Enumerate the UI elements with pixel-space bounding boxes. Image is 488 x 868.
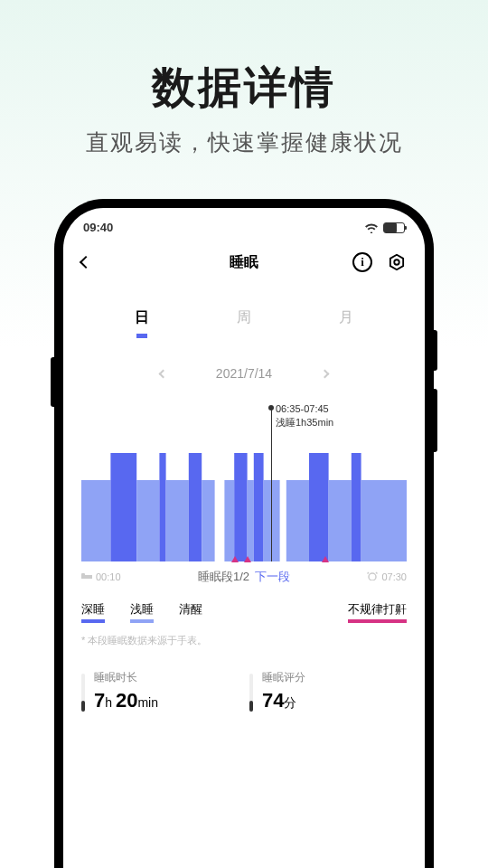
wifi-icon: [364, 222, 379, 233]
sleep-chart: 06:35-07:45 浅睡1h35min: [81, 408, 407, 561]
legend-light: 浅睡: [130, 601, 154, 621]
promo-subtitle: 直观易读，快速掌握健康状况: [0, 127, 488, 157]
svg-rect-11: [254, 453, 264, 561]
next-segment-link[interactable]: 下一段: [255, 569, 290, 585]
alarm-icon: [367, 571, 378, 580]
svg-rect-19: [81, 573, 85, 576]
stat-score: 睡眠评分 74分: [249, 670, 407, 712]
period-tabs: 日周月: [63, 301, 425, 335]
svg-point-0: [394, 259, 399, 265]
promo-title: 数据详情: [0, 59, 488, 117]
stat-value: 7h 20min: [94, 689, 158, 712]
svg-rect-1: [81, 480, 110, 561]
chart-footer: 00:10 睡眠段1/2 下一段 07:30: [81, 569, 407, 585]
svg-rect-4: [159, 453, 165, 561]
tooltip-detail: 浅睡1h35min: [276, 416, 333, 429]
phone-button-side: [434, 389, 437, 452]
stat-duration: 睡眠时长 7h 20min: [81, 670, 239, 712]
stat-value: 74分: [262, 689, 305, 712]
svg-rect-3: [136, 480, 159, 561]
snore-marker: [231, 556, 239, 562]
statusbar-time: 09:40: [83, 221, 113, 234]
snore-marker: [322, 556, 329, 562]
chevron-left-icon[interactable]: [158, 369, 167, 378]
svg-rect-2: [110, 453, 136, 561]
statusbar: 09:40: [63, 208, 425, 241]
svg-rect-14: [309, 453, 329, 561]
date-value: 2021/7/14: [216, 366, 272, 381]
stat-label: 睡眠评分: [262, 670, 305, 685]
info-icon[interactable]: i: [352, 252, 372, 272]
navbar: 睡眠 i: [63, 241, 425, 283]
legend-snore: 不规律打鼾: [348, 601, 407, 621]
svg-rect-7: [202, 480, 214, 561]
svg-rect-16: [352, 453, 361, 561]
chart-tooltip-line: [271, 408, 272, 561]
stat-bar-icon: [81, 674, 85, 712]
back-button[interactable]: [80, 256, 92, 269]
date-picker: 2021/7/14: [63, 366, 425, 381]
page-title: 睡眠: [230, 253, 258, 272]
svg-rect-6: [189, 453, 202, 561]
snore-marker: [244, 556, 251, 562]
phone-screen: 09:40 睡眠 i 日周月 2021/7/14: [63, 208, 425, 868]
stats-row: 睡眠时长 7h 20min 睡眠评分 74分: [81, 670, 407, 712]
snore-markers: [81, 556, 407, 563]
svg-rect-13: [286, 480, 309, 561]
data-source-note: * 本段睡眠数据来源于手表。: [81, 634, 407, 647]
statusbar-icons: [364, 222, 405, 233]
tab-day[interactable]: 日: [90, 301, 192, 335]
bed-icon: [81, 571, 92, 580]
svg-rect-17: [361, 480, 407, 561]
tab-month[interactable]: 月: [296, 301, 398, 335]
stat-bar-icon: [249, 674, 253, 712]
phone-mockup: 09:40 睡眠 i 日周月 2021/7/14: [54, 199, 434, 868]
tooltip-time: 06:35-07:45: [276, 402, 333, 416]
svg-rect-10: [248, 480, 254, 561]
svg-rect-9: [234, 453, 247, 561]
svg-rect-5: [166, 480, 189, 561]
battery-icon: [383, 222, 405, 233]
legend-deep: 深睡: [81, 601, 105, 621]
chart-legend: 深睡 浅睡 清醒 不规律打鼾: [81, 601, 407, 621]
svg-rect-15: [329, 480, 352, 561]
legend-awake: 清醒: [179, 601, 202, 621]
settings-icon[interactable]: [387, 252, 407, 272]
svg-rect-8: [224, 480, 234, 561]
sleep-start-time: 00:10: [81, 571, 121, 582]
svg-point-20: [369, 573, 376, 580]
sleep-segment-label: 睡眠段1/2: [198, 569, 249, 585]
sleep-end-time: 07:30: [367, 571, 407, 582]
phone-button-side: [434, 330, 437, 371]
stat-label: 睡眠时长: [94, 670, 158, 685]
tab-week[interactable]: 周: [192, 301, 295, 335]
phone-button-side: [51, 357, 54, 407]
chart-tooltip-dot: [268, 405, 274, 410]
chevron-right-icon[interactable]: [321, 369, 330, 378]
chart-tooltip: 06:35-07:45 浅睡1h35min: [276, 402, 333, 430]
